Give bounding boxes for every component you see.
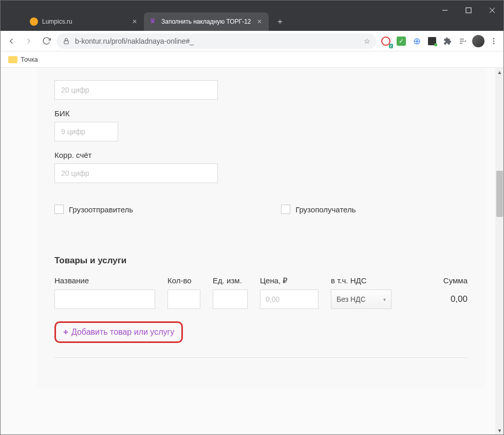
vat-value: Без НДС xyxy=(337,295,366,303)
minimize-button[interactable] xyxy=(433,0,457,21)
tab-label: Lumpics.ru xyxy=(42,18,126,25)
shipper-checkbox[interactable]: Грузоотправитель xyxy=(54,205,133,214)
close-button[interactable] xyxy=(480,0,504,21)
col-price: Цена, ₽ xyxy=(260,276,319,285)
bik-input[interactable] xyxy=(54,122,118,141)
menu-button[interactable] xyxy=(488,35,500,47)
extensions-button[interactable] xyxy=(441,35,454,47)
corr-input[interactable] xyxy=(54,164,218,183)
reload-button[interactable] xyxy=(39,34,53,48)
tab-label: Заполнить накладную ТОРГ-12 xyxy=(161,18,251,25)
col-qty: Кол-во xyxy=(167,276,200,285)
col-vat: в т.ч. НДС xyxy=(331,276,391,285)
ext-adguard-icon[interactable]: 2 xyxy=(380,35,392,47)
col-sum: Сумма xyxy=(404,276,468,285)
col-unit: Ед. изм. xyxy=(213,276,248,285)
maximize-button[interactable] xyxy=(457,0,480,21)
favicon-lumpics xyxy=(30,17,38,26)
row-vat-dropdown[interactable]: Без НДС xyxy=(331,289,391,309)
reading-list-icon[interactable] xyxy=(457,35,469,47)
close-icon[interactable]: ✕ xyxy=(130,17,139,26)
row-name-input[interactable] xyxy=(54,289,155,309)
window-controls xyxy=(433,0,504,21)
account-input[interactable] xyxy=(54,80,218,100)
bik-label: БИК xyxy=(54,109,255,118)
tab-strip: Lumpics.ru ✕ Заполнить накладную ТОРГ-12… xyxy=(25,0,287,31)
row-price-input[interactable] xyxy=(260,289,319,309)
svg-rect-4 xyxy=(64,41,68,44)
col-name: Название xyxy=(54,276,155,285)
add-item-button[interactable]: + Добавить товар или услугу xyxy=(54,321,183,343)
vertical-scrollbar[interactable]: ▲ ▼ xyxy=(495,68,504,435)
page-viewport: БИК Корр. счёт Грузоотправитель Грузопол… xyxy=(0,68,504,435)
checkbox-icon xyxy=(281,205,290,214)
ext-globe-icon[interactable]: ⊕ xyxy=(410,35,423,47)
svg-point-10 xyxy=(493,43,495,44)
close-icon[interactable]: ✕ xyxy=(255,17,264,26)
shipper-label: Грузоотправитель xyxy=(69,205,133,214)
profile-avatar[interactable] xyxy=(472,35,484,47)
ext-box-icon[interactable] xyxy=(426,35,438,47)
corr-label: Корр. счёт xyxy=(54,151,255,159)
folder-icon xyxy=(8,56,17,63)
svg-point-9 xyxy=(493,40,495,42)
checkbox-row: Грузоотправитель Грузополучатель xyxy=(54,205,468,214)
scrollbar-thumb[interactable] xyxy=(496,171,503,217)
goods-header-row: Название Кол-во Ед. изм. Цена, ₽ в т.ч. … xyxy=(54,276,468,285)
goods-section-title: Товары и услуги xyxy=(54,256,468,266)
ext-check-icon[interactable]: ✓ xyxy=(395,35,407,47)
bookmark-star-icon[interactable]: ☆ xyxy=(364,37,370,45)
plus-icon: + xyxy=(63,327,68,337)
consignee-checkbox[interactable]: Грузополучатель xyxy=(281,205,356,214)
browser-titlebar: Lumpics.ru ✕ Заполнить накладную ТОРГ-12… xyxy=(0,0,504,31)
forward-button[interactable] xyxy=(22,34,36,48)
form-card: БИК Корр. счёт Грузоотправитель Грузопол… xyxy=(37,68,485,389)
add-item-label: Добавить товар или услугу xyxy=(71,328,174,337)
svg-point-8 xyxy=(493,38,495,40)
divider xyxy=(54,357,468,358)
goods-row: Без НДС 0,00 xyxy=(54,289,468,309)
lock-icon xyxy=(63,38,70,45)
url-text: b-kontur.ru/profi/nakladnaya-online#_ xyxy=(75,37,194,45)
row-qty-input[interactable] xyxy=(167,289,200,309)
tab-lumpics[interactable]: Lumpics.ru ✕ xyxy=(25,12,144,31)
tab-kontur[interactable]: Заполнить накладную ТОРГ-12 ✕ xyxy=(144,12,269,31)
bookmarks-bar: Точка xyxy=(0,51,504,68)
back-button[interactable] xyxy=(4,34,18,48)
scroll-up-icon[interactable]: ▲ xyxy=(495,68,504,77)
bookmark-label: Точка xyxy=(21,56,38,63)
row-unit-input[interactable] xyxy=(213,289,248,309)
page-content: БИК Корр. счёт Грузоотправитель Грузопол… xyxy=(0,68,495,435)
url-bar[interactable]: b-kontur.ru/profi/nakladnaya-online#_ ☆ xyxy=(57,33,377,49)
svg-rect-1 xyxy=(466,8,471,13)
new-tab-button[interactable]: ＋ xyxy=(273,14,287,29)
favicon-kontur xyxy=(149,17,157,26)
row-sum-value: 0,00 xyxy=(404,294,468,304)
bookmark-tochka[interactable]: Точка xyxy=(5,55,41,64)
checkbox-icon xyxy=(54,205,64,214)
address-bar-row: b-kontur.ru/profi/nakladnaya-online#_ ☆ … xyxy=(0,31,504,51)
scroll-down-icon[interactable]: ▼ xyxy=(495,426,504,435)
consignee-label: Грузополучатель xyxy=(295,205,356,214)
